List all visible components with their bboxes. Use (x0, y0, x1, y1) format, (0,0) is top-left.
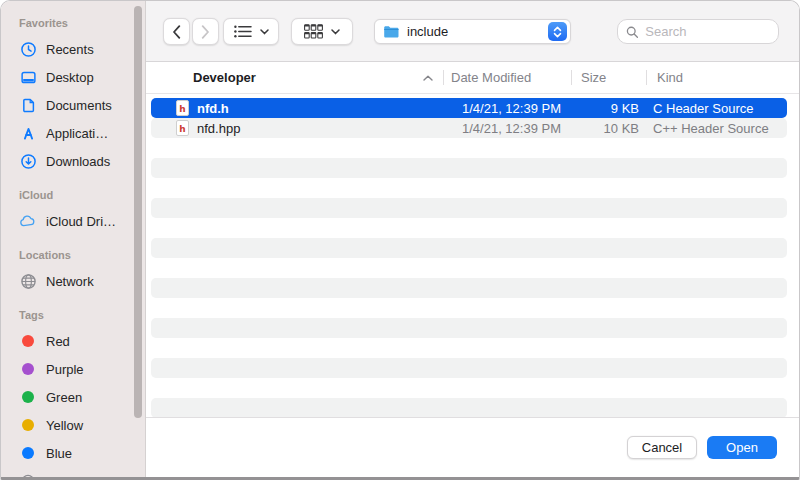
section-label: Tags (19, 309, 145, 321)
sidebar-item-label: Network (46, 274, 94, 289)
svg-text:h: h (179, 124, 185, 134)
popup-stepper-icon (548, 22, 567, 41)
file-date-modified: 1/4/21, 12:39 PM (443, 121, 571, 136)
globe-icon (19, 273, 37, 290)
download-circle-icon (19, 153, 37, 170)
sidebar-item-label: Red (46, 334, 70, 349)
tag-dot-green (19, 391, 37, 403)
folder-icon (383, 25, 400, 39)
column-header-developer[interactable]: Developer (151, 62, 443, 93)
search-input[interactable] (643, 23, 770, 40)
sidebar-item-all-tags[interactable]: All Tags (19, 467, 145, 477)
file-size: 9 KB (571, 101, 646, 116)
sidebar-section-tags: Tags Red Purple Green Yellow Blue (19, 309, 145, 477)
sidebar-item-label: Documents (46, 98, 112, 113)
tag-dot-blue (19, 447, 37, 459)
toolbar: include (146, 1, 799, 62)
sort-ascending-icon (423, 75, 433, 81)
list-view-icon (234, 25, 252, 38)
empty-row (151, 378, 787, 398)
file-row-nfd-h[interactable]: h nfd.h 1/4/21, 12:39 PM 9 KB C Header S… (151, 98, 787, 118)
tag-dot-red (19, 335, 37, 347)
empty-row (151, 198, 787, 218)
tag-dot-yellow (19, 419, 37, 431)
svg-text:h: h (179, 104, 185, 114)
empty-row (151, 218, 787, 238)
chevron-down-icon (331, 29, 340, 35)
sidebar-section-locations: Locations Network (19, 249, 145, 295)
search-field[interactable] (617, 19, 779, 44)
empty-row (151, 258, 787, 278)
sidebar-item-tag-green[interactable]: Green (19, 383, 145, 411)
empty-row (151, 298, 787, 318)
sidebar-item-recents[interactable]: Recents (19, 35, 145, 63)
sidebar-item-label: Applicati… (46, 126, 108, 141)
folder-popup-menu[interactable]: include (374, 19, 571, 44)
sidebar-item-label: Green (46, 390, 82, 405)
empty-row (151, 158, 787, 178)
sidebar-item-applications[interactable]: Applicati… (19, 119, 145, 147)
folder-popup-value: include (407, 24, 548, 39)
sidebar-item-label: Desktop (46, 70, 94, 85)
sidebar-section-favorites: Favorites Recents Desktop Documents (19, 17, 145, 175)
back-button[interactable] (163, 18, 190, 45)
column-header-kind[interactable]: Kind (646, 62, 787, 93)
sidebar-item-desktop[interactable]: Desktop (19, 63, 145, 91)
sidebar-item-label: Blue (46, 446, 72, 461)
file-date-modified: 1/4/21, 12:39 PM (443, 101, 571, 116)
sidebar-item-tag-yellow[interactable]: Yellow (19, 411, 145, 439)
sidebar-item-tag-blue[interactable]: Blue (19, 439, 145, 467)
file-name: nfd.hpp (197, 121, 240, 136)
desktop-icon (19, 69, 37, 86)
file-size: 10 KB (571, 121, 646, 136)
file-name: nfd.h (197, 101, 229, 116)
cloud-icon (19, 214, 37, 228)
empty-row (151, 338, 787, 358)
empty-row (151, 238, 787, 258)
group-view-button[interactable] (291, 18, 353, 45)
sidebar-item-label: All Tags (46, 474, 91, 478)
sidebar-section-icloud: iCloud iCloud Dri… (19, 189, 145, 235)
section-label: Favorites (19, 17, 145, 29)
cancel-button[interactable]: Cancel (627, 436, 697, 459)
forward-button[interactable] (192, 18, 219, 45)
file-open-dialog: Favorites Recents Desktop Documents (0, 0, 800, 480)
cpp-header-file-icon: h (176, 120, 189, 136)
chevron-left-icon (172, 25, 181, 39)
file-row-nfd-hpp[interactable]: h nfd.hpp 1/4/21, 12:39 PM 10 KB C++ Hea… (151, 118, 787, 138)
sidebar-item-icloud-drive[interactable]: iCloud Dri… (19, 207, 145, 235)
sidebar-item-label: Purple (46, 362, 84, 377)
file-kind: C Header Source (646, 101, 787, 116)
empty-row (151, 398, 787, 418)
file-list: h nfd.h 1/4/21, 12:39 PM 9 KB C Header S… (146, 94, 799, 418)
empty-row (151, 178, 787, 198)
list-view-button[interactable] (223, 18, 279, 45)
search-icon (626, 25, 638, 39)
applications-icon (19, 125, 37, 142)
sidebar-item-downloads[interactable]: Downloads (19, 147, 145, 175)
chevron-right-icon (201, 25, 210, 39)
open-button[interactable]: Open (707, 436, 777, 459)
column-header-size[interactable]: Size (571, 62, 646, 93)
sidebar-item-tag-purple[interactable]: Purple (19, 355, 145, 383)
clock-icon (19, 41, 37, 58)
sidebar-item-label: Recents (46, 42, 94, 57)
empty-row (151, 278, 787, 298)
sidebar-item-label: Downloads (46, 154, 110, 169)
sidebar-item-tag-red[interactable]: Red (19, 327, 145, 355)
sidebar-item-network[interactable]: Network (19, 267, 145, 295)
dialog-footer: Cancel Open (146, 418, 799, 477)
tag-dot-purple (19, 363, 37, 375)
circle-outline-icon (19, 474, 37, 477)
empty-row (151, 318, 787, 338)
document-icon (19, 97, 37, 114)
main-panel: include Developer Date Modified Size Kin… (146, 1, 799, 477)
sidebar-item-documents[interactable]: Documents (19, 91, 145, 119)
c-header-file-icon: h (176, 100, 189, 116)
sidebar-scrollbar[interactable] (134, 6, 142, 418)
sidebar: Favorites Recents Desktop Documents (1, 1, 146, 477)
section-label: Locations (19, 249, 145, 261)
section-label: iCloud (19, 189, 145, 201)
column-header-date-modified[interactable]: Date Modified (443, 62, 571, 93)
empty-row (151, 358, 787, 378)
